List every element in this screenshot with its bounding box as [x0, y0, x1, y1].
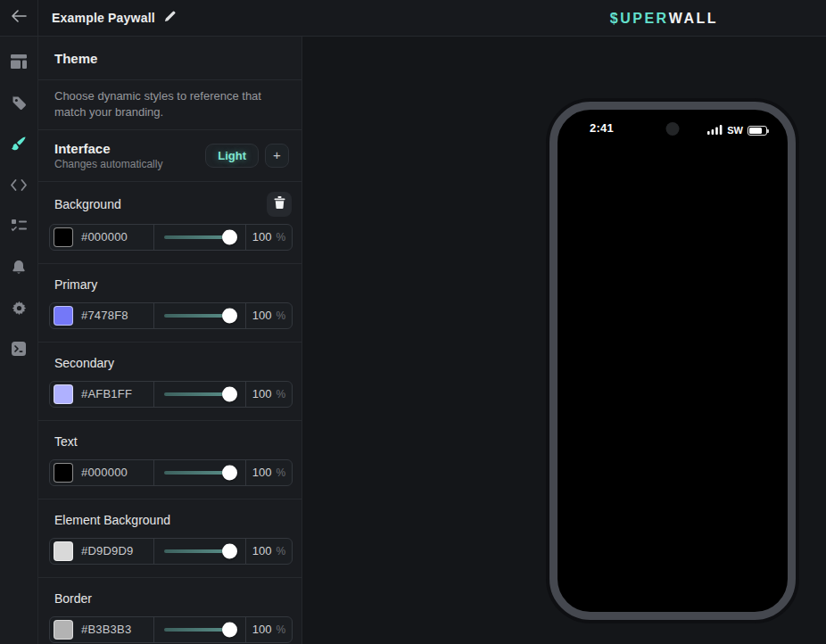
hex-input[interactable]: #000000	[50, 225, 153, 250]
sidebar-item-code[interactable]	[0, 164, 38, 205]
hex-value: #AFB1FF	[81, 387, 132, 400]
icon-rail	[0, 37, 38, 644]
slider-track	[164, 549, 235, 553]
color-row: #AFB1FF 100 %	[49, 381, 293, 408]
status-time: 2:41	[590, 121, 614, 135]
color-swatch[interactable]	[54, 463, 73, 483]
opacity-field[interactable]: 100 %	[246, 382, 292, 407]
back-button[interactable]	[0, 0, 38, 36]
panel-title: Theme	[54, 51, 285, 66]
color-label: Text	[54, 434, 78, 449]
slider-track	[164, 314, 235, 318]
color-swatch[interactable]	[54, 620, 73, 640]
slider-thumb[interactable]	[222, 465, 237, 480]
sidebar-item-checklist[interactable]	[0, 205, 38, 246]
opacity-slider[interactable]	[153, 617, 246, 642]
sidebar-item-settings[interactable]	[0, 287, 38, 328]
slider-thumb[interactable]	[222, 308, 237, 323]
color-row: #D9D9D9 100 %	[49, 538, 293, 565]
color-section-secondary: Secondary #AFB1FF 100 %	[38, 343, 301, 421]
opacity-value: 100	[252, 466, 272, 479]
opacity-slider[interactable]	[153, 539, 246, 564]
slider-thumb[interactable]	[222, 386, 237, 401]
back-arrow-icon	[11, 10, 27, 26]
checklist-icon	[12, 219, 27, 232]
sidebar-item-console[interactable]	[0, 328, 38, 369]
color-swatch[interactable]	[54, 306, 73, 326]
delete-color-button[interactable]	[267, 192, 292, 217]
opacity-unit: %	[277, 466, 286, 479]
battery-icon	[748, 126, 767, 136]
hex-value: #B3B3B3	[81, 623, 131, 636]
color-row: #7478F8 100 %	[49, 302, 293, 329]
panel-header: Theme	[38, 37, 301, 80]
opacity-value: 100	[252, 387, 272, 400]
carrier-label: SW	[727, 125, 743, 136]
hex-input[interactable]: #7478F8	[50, 303, 153, 328]
slider-track	[164, 628, 235, 632]
hex-input[interactable]: #D9D9D9	[50, 539, 153, 564]
logo-accent: $UPER	[610, 11, 669, 27]
opacity-field[interactable]: 100 %	[246, 617, 292, 642]
hex-input[interactable]: #AFB1FF	[50, 382, 153, 407]
opacity-slider[interactable]	[153, 460, 246, 485]
hex-value: #D9D9D9	[81, 544, 134, 557]
opacity-unit: %	[277, 231, 286, 244]
description-text: Choose dynamic styles to reference that …	[54, 88, 285, 120]
paintbrush-icon	[11, 136, 27, 152]
slider-thumb[interactable]	[222, 229, 237, 244]
color-swatch[interactable]	[54, 541, 73, 561]
preview-canvas: 2:41 SW	[303, 37, 826, 644]
hex-input[interactable]: #000000	[50, 460, 153, 485]
color-swatch[interactable]	[54, 227, 73, 247]
color-row: #000000 100 %	[49, 459, 293, 486]
opacity-slider[interactable]	[153, 225, 246, 250]
add-interface-button[interactable]: +	[265, 144, 289, 168]
superwall-logo: $UPERWALL	[610, 0, 718, 37]
terminal-icon	[11, 341, 27, 357]
paywall-title: Example Paywall	[52, 11, 155, 25]
hex-input[interactable]: #B3B3B3	[50, 617, 153, 642]
color-label: Background	[54, 197, 121, 211]
slider-track	[164, 392, 235, 396]
color-label: Secondary	[54, 356, 114, 370]
opacity-unit: %	[277, 388, 286, 400]
interface-mode-button[interactable]: Light	[205, 144, 259, 168]
color-section-element-background: Element Background #D9D9D9 100 %	[38, 500, 301, 578]
phone-mockup: 2:41 SW	[546, 98, 799, 623]
interface-subtitle: Changes automatically	[54, 158, 162, 170]
color-label: Border	[54, 591, 92, 606]
slider-track	[164, 471, 235, 475]
layout-icon	[11, 54, 27, 69]
slider-thumb[interactable]	[222, 543, 237, 558]
hex-value: #7478F8	[81, 309, 128, 322]
theme-panel: Theme Choose dynamic styles to reference…	[38, 37, 302, 644]
interface-title: Interface	[54, 141, 162, 156]
opacity-slider[interactable]	[153, 303, 246, 328]
color-section-text: Text #000000 100 %	[38, 421, 301, 500]
tag-icon	[12, 95, 27, 111]
color-section-background: Background #000000 100 %	[38, 182, 301, 264]
interface-section: Interface Changes automatically Light +	[38, 130, 301, 182]
sidebar-item-theme[interactable]	[0, 123, 38, 164]
opacity-unit: %	[277, 310, 286, 322]
slider-thumb[interactable]	[222, 622, 237, 637]
color-swatch[interactable]	[54, 384, 73, 404]
opacity-field[interactable]: 100 %	[246, 539, 292, 564]
opacity-slider[interactable]	[153, 382, 246, 407]
sidebar-item-layout[interactable]	[0, 41, 38, 82]
opacity-field[interactable]: 100 %	[246, 303, 292, 328]
edit-pencil-icon[interactable]	[164, 10, 176, 26]
sidebar-item-notifications[interactable]	[0, 246, 38, 287]
hex-value: #000000	[81, 230, 128, 244]
color-label: Primary	[54, 277, 97, 292]
opacity-field[interactable]: 100 %	[246, 460, 292, 485]
phone-statusbar: 2:41 SW	[558, 120, 788, 139]
opacity-field[interactable]: 100 %	[246, 225, 292, 250]
phone-screen[interactable]: 2:41 SW	[549, 102, 796, 620]
sidebar-item-products[interactable]	[0, 82, 38, 123]
color-row: #000000 100 %	[49, 224, 293, 251]
code-icon	[11, 179, 27, 191]
slider-track	[164, 235, 235, 239]
camera-icon	[666, 122, 680, 136]
